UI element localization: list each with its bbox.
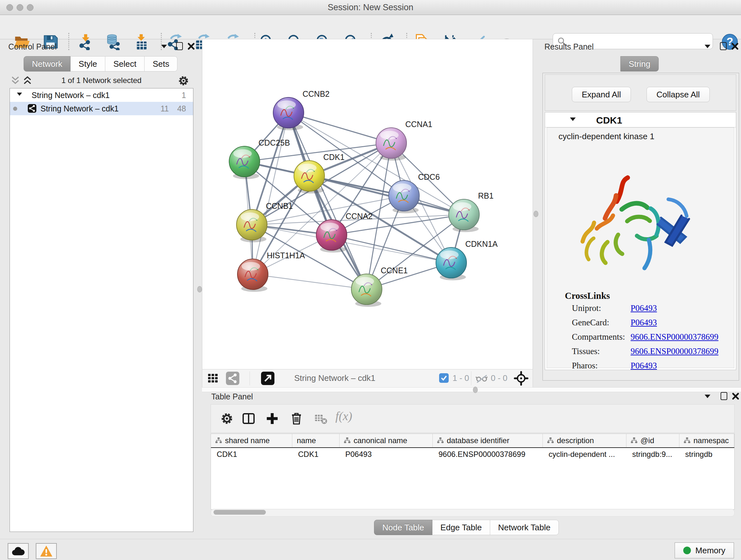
show-columns-icon[interactable] — [242, 412, 256, 427]
tab-network-table[interactable]: Network Table — [490, 520, 559, 535]
control-panel-close-icon[interactable] — [187, 42, 195, 51]
tab-sets[interactable]: Sets — [145, 56, 178, 71]
right-splitter-handle[interactable] — [534, 211, 538, 217]
network-graph[interactable]: CCNB2CCNA1CDC25BCDK1CDC6RB1CCNB1CCNA2CDK… — [202, 39, 532, 369]
results-content: Expand All Collapse All CDK1 cyclin-depe… — [542, 73, 739, 381]
network-node-RB1[interactable]: RB1 — [449, 191, 494, 232]
collection-disclosure-icon[interactable] — [17, 92, 22, 96]
network-edge[interactable] — [309, 176, 464, 214]
results-panel-close-icon[interactable] — [731, 42, 739, 51]
crosslink-row: Compartments:9606.ENSP00000378699 — [547, 330, 734, 344]
table-cell[interactable]: stringdb:9... — [626, 448, 679, 461]
table-settings-gear-icon[interactable] — [220, 412, 234, 427]
tab-network[interactable]: Network — [23, 56, 71, 71]
network-edge[interactable] — [332, 235, 451, 263]
table-row[interactable]: CDK1CDK1P064939606.ENSP00000378699cyclin… — [211, 448, 734, 461]
table-cell[interactable]: P06493 — [340, 448, 433, 461]
network-selection-bar: 1 of 1 Network selected — [3, 73, 197, 88]
network-current-dot — [13, 107, 17, 111]
network-node-CDK1[interactable]: CDK1 — [294, 152, 345, 193]
table-horizontal-scrollbar[interactable] — [211, 509, 735, 516]
column-header-canonical-name[interactable]: canonical name — [340, 434, 433, 447]
pan-crosshair-icon[interactable] — [514, 371, 529, 387]
crosslink-pharos-link[interactable]: P06493 — [630, 361, 657, 371]
table-cell[interactable]: CDK1 — [292, 448, 340, 461]
network-node-CDC25B[interactable]: CDC25B — [229, 138, 290, 179]
column-header-name[interactable]: name — [292, 434, 340, 447]
expand-all-button[interactable]: Expand All — [572, 87, 631, 102]
network-edge[interactable] — [253, 274, 367, 289]
column-header-shared-name[interactable]: shared name — [211, 434, 292, 447]
entry-disclosure-icon[interactable] — [570, 118, 576, 121]
selected-counts: 1 - 0 — [453, 373, 469, 383]
network-edge[interactable] — [288, 113, 391, 143]
delete-column-icon[interactable] — [289, 412, 304, 427]
control-panel-collapse-icon[interactable] — [161, 45, 167, 48]
results-panel-collapse-icon[interactable] — [704, 45, 711, 48]
network-share-view-button[interactable] — [226, 372, 239, 385]
network-node-CCNB1[interactable]: CCNB1 — [237, 201, 293, 242]
node-label: CDC6 — [418, 172, 440, 181]
network-node-HIST1H1A[interactable]: HIST1H1A — [238, 251, 305, 292]
expand-all-icon[interactable] — [22, 76, 32, 85]
network-node-count: 11 — [160, 104, 169, 113]
node-label: CDKN1A — [465, 240, 498, 248]
column-header-@id[interactable]: @id — [626, 434, 679, 447]
table-panel-collapse-icon[interactable] — [704, 395, 711, 398]
hidden-glasses-icon[interactable] — [475, 374, 488, 384]
table-cell[interactable]: stringdb — [679, 448, 734, 461]
network-options-gear-icon[interactable] — [178, 75, 190, 87]
left-splitter-handle[interactable] — [197, 286, 202, 293]
crosslink-compartments-link[interactable]: 9606.ENSP00000378699 — [630, 332, 718, 342]
column-header-description[interactable]: description — [543, 434, 626, 447]
network-node-CCNB2[interactable]: CCNB2 — [273, 89, 330, 130]
scrollbar-thumb[interactable] — [213, 510, 266, 515]
column-header-database-identifier[interactable]: database identifier — [433, 434, 543, 447]
result-entry-header[interactable]: CDK1 — [545, 112, 736, 127]
column-label: name — [297, 436, 316, 445]
birds-eye-view-button[interactable] — [261, 372, 274, 385]
table-cell[interactable]: CDK1 — [211, 448, 292, 461]
delete-table-icon[interactable] — [314, 412, 328, 427]
entry-description: cyclin-dependent kinase 1 — [547, 128, 734, 141]
network-edge[interactable] — [288, 113, 367, 289]
protein-structure-image — [569, 157, 703, 284]
collapse-all-button[interactable]: Collapse All — [647, 87, 710, 102]
network-node-CCNE1[interactable]: CCNE1 — [351, 266, 408, 307]
tab-node-table[interactable]: Node Table — [374, 520, 432, 535]
collapse-all-icon[interactable] — [10, 76, 20, 85]
network-type-icon — [28, 104, 37, 113]
memory-button[interactable]: Memory — [675, 543, 734, 558]
crosslink-row: Tissues:9606.ENSP00000378699 — [547, 344, 734, 359]
table-panel-close-icon[interactable] — [731, 392, 740, 400]
node-table: shared namenamecanonical namedatabase id… — [211, 434, 735, 509]
network-collection-row[interactable]: String Network – cdk1 1 — [10, 88, 193, 102]
function-builder-icon[interactable]: f(x) — [335, 409, 352, 423]
selected-checkbox[interactable] — [439, 373, 449, 383]
table-panel-float-icon[interactable] — [721, 392, 727, 400]
crosslink-genecard-link[interactable]: P06493 — [630, 318, 657, 327]
network-node-CCNA1[interactable]: CCNA1 — [376, 120, 432, 161]
network-view-toolbar: String Network – cdk1 1 - 0 0 - 0 — [202, 369, 533, 388]
results-panel-float-icon[interactable] — [720, 42, 727, 50]
warnings-button[interactable] — [36, 543, 57, 559]
collection-count: 1 — [182, 91, 186, 100]
crosslink-uniprot-link[interactable]: P06493 — [630, 303, 657, 313]
table-panel: Table Panel f(x) shared namenamecanonica… — [207, 390, 738, 537]
tab-string[interactable]: String — [620, 56, 659, 71]
grid-view-icon[interactable] — [207, 373, 219, 385]
table-cell[interactable]: cyclin-dependent ... — [543, 448, 626, 461]
network-node-CDKN1A[interactable]: CDKN1A — [436, 240, 498, 280]
table-cell[interactable]: 9606.ENSP00000378699 — [433, 448, 543, 461]
tab-edge-table[interactable]: Edge Table — [432, 520, 490, 535]
main-toolbar: ? — [0, 15, 741, 39]
network-view-canvas[interactable]: CCNB2CCNA1CDC25BCDK1CDC6RB1CCNB1CCNA2CDK… — [202, 39, 533, 370]
crosslink-tissues-link[interactable]: 9606.ENSP00000378699 — [630, 347, 718, 356]
tab-style[interactable]: Style — [71, 56, 105, 71]
add-column-icon[interactable] — [265, 412, 279, 427]
column-header-namespac[interactable]: namespac — [679, 434, 734, 447]
network-row-selected[interactable]: String Network – cdk1 11 48 — [10, 102, 193, 115]
cloud-status-button[interactable] — [8, 543, 29, 559]
control-panel-float-icon[interactable] — [176, 42, 183, 50]
tab-select[interactable]: Select — [105, 56, 145, 71]
